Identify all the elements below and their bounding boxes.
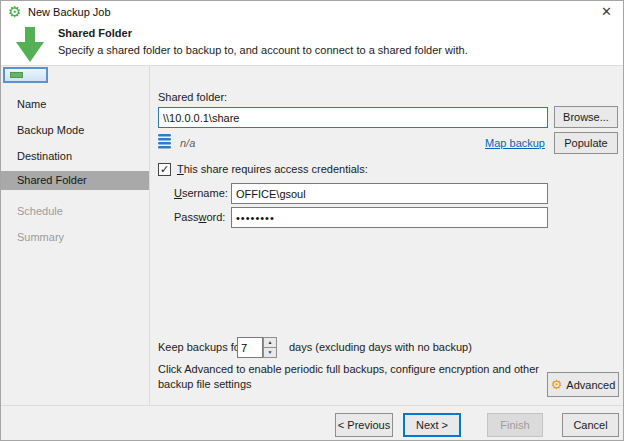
keep-backups-stepper: ▲ ▼ bbox=[237, 337, 277, 358]
green-arrow-icon bbox=[12, 27, 48, 64]
new-backup-job-dialog: ⚙ New Backup Job ✕ Shared Folder Specify… bbox=[0, 0, 624, 441]
stepper-down-icon[interactable]: ▼ bbox=[263, 347, 277, 358]
populate-button[interactable]: Populate bbox=[554, 132, 618, 154]
step-description: Specify a shared folder to backup to, an… bbox=[58, 44, 468, 56]
wizard-steps-sidebar: Name Backup Mode Destination Shared Fold… bbox=[1, 66, 149, 405]
credentials-rest: his share requires access credentials: bbox=[184, 163, 368, 175]
username-label: Username: bbox=[174, 187, 228, 199]
sidebar-item-destination[interactable]: Destination bbox=[1, 147, 149, 166]
shared-folder-input[interactable] bbox=[158, 107, 548, 128]
next-button[interactable]: Next > bbox=[403, 413, 461, 437]
username-accel: U bbox=[174, 187, 182, 199]
capacity-value: n/a bbox=[180, 137, 195, 149]
password-input[interactable] bbox=[231, 207, 548, 228]
close-icon[interactable]: ✕ bbox=[601, 4, 612, 19]
sidebar-item-summary[interactable]: Summary bbox=[1, 228, 149, 247]
advanced-button[interactable]: ⚙ Advanced bbox=[547, 372, 619, 397]
window-title: New Backup Job bbox=[28, 6, 111, 18]
sidebar-divider bbox=[149, 66, 150, 405]
credentials-checkbox-label: This share requires access credentials: bbox=[177, 163, 368, 175]
keep-backups-label: Keep backups for: bbox=[158, 341, 247, 353]
password-label: Password: bbox=[174, 211, 225, 223]
credentials-checkbox[interactable]: ✓ bbox=[158, 163, 171, 176]
username-input[interactable] bbox=[231, 183, 548, 204]
password-pre: Pass bbox=[174, 211, 198, 223]
previous-button[interactable]: < Previous bbox=[335, 413, 393, 437]
sidebar-item-schedule[interactable]: Schedule bbox=[1, 202, 149, 221]
map-backup-link[interactable]: Map backup bbox=[485, 137, 545, 149]
cancel-button[interactable]: Cancel bbox=[562, 413, 619, 437]
gear-icon: ⚙ bbox=[8, 3, 21, 20]
footer-divider bbox=[1, 405, 623, 406]
sidebar-item-backup-mode[interactable]: Backup Mode bbox=[1, 121, 149, 140]
keep-backups-input[interactable] bbox=[237, 337, 263, 358]
password-rest: ord: bbox=[206, 211, 225, 223]
disk-stack-icon bbox=[158, 134, 171, 149]
finish-button: Finish bbox=[487, 413, 543, 437]
browse-button[interactable]: Browse... bbox=[554, 106, 618, 128]
advanced-button-label: Advanced bbox=[566, 379, 615, 391]
username-rest: sername: bbox=[182, 187, 228, 199]
advanced-hint: Click Advanced to enable periodic full b… bbox=[158, 362, 540, 392]
sidebar-item-name[interactable]: Name bbox=[1, 95, 149, 114]
keep-backups-suffix: days (excluding days with no backup) bbox=[289, 341, 472, 353]
advanced-gear-icon: ⚙ bbox=[551, 378, 563, 391]
credentials-accel: T bbox=[177, 163, 184, 175]
sidebar-item-shared-folder[interactable]: Shared Folder bbox=[1, 171, 149, 190]
step-title: Shared Folder bbox=[58, 27, 132, 39]
shared-folder-label: Shared folder: bbox=[158, 91, 227, 103]
title-bar: ⚙ New Backup Job ✕ bbox=[1, 1, 623, 23]
